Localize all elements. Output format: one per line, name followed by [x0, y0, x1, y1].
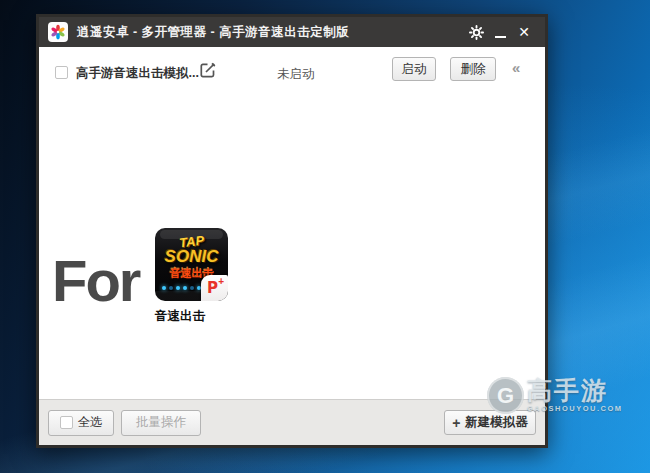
- instance-checkbox[interactable]: [55, 66, 68, 79]
- window-title: 逍遥安卓 - 多开管理器 - 高手游音速出击定制版: [77, 24, 349, 41]
- desktop-background: 逍遥安卓 - 多开管理器 - 高手游音速出击定制版 ✕: [0, 0, 650, 473]
- new-emulator-label: 新建模拟器: [465, 414, 528, 431]
- instance-name: 高手游音速出击模拟...: [76, 65, 199, 82]
- instance-status: 未启动: [277, 66, 315, 83]
- game-caption: 音速出击: [155, 308, 229, 325]
- close-icon: ✕: [518, 25, 530, 39]
- delete-button[interactable]: 删除: [450, 57, 496, 81]
- memu-pinwheel-icon: [48, 22, 68, 42]
- icon-text-sonic: SONIC: [155, 247, 228, 267]
- new-emulator-button[interactable]: + 新建模拟器: [444, 410, 536, 435]
- minimize-icon: [495, 36, 506, 38]
- memu-multi-instance-manager-window: 逍遥安卓 - 多开管理器 - 高手游音速出击定制版 ✕: [36, 14, 548, 448]
- instance-row: 高手游音速出击模拟... 未启动 启动 删除 «: [39, 47, 545, 95]
- batch-operations-button[interactable]: 批量操作: [121, 410, 201, 436]
- game-tile-tapsonic[interactable]: TAP SONIC 音速出击 P + 音速出击: [155, 228, 229, 325]
- edit-pencil-icon[interactable]: [199, 61, 217, 83]
- badge-p-letter: P: [207, 279, 218, 297]
- start-button[interactable]: 启动: [392, 57, 436, 81]
- select-all-label: 全选: [78, 414, 103, 431]
- footer-toolbar: 全选 批量操作 + 新建模拟器: [39, 399, 545, 445]
- minimize-button[interactable]: [488, 20, 512, 44]
- collapse-chevrons-icon[interactable]: «: [512, 59, 519, 76]
- for-watermark-text: For: [52, 247, 139, 314]
- badge-plus-sign: +: [218, 276, 224, 287]
- close-button[interactable]: ✕: [512, 20, 536, 44]
- titlebar[interactable]: 逍遥安卓 - 多开管理器 - 高手游音速出击定制版 ✕: [39, 17, 545, 47]
- select-all-button[interactable]: 全选: [48, 410, 114, 436]
- main-content-area: For TAP SONIC 音速出击 P + 音速出击: [39, 95, 545, 402]
- settings-gear-icon[interactable]: [464, 20, 488, 44]
- plus-icon: +: [452, 415, 460, 431]
- tapsonic-app-icon[interactable]: TAP SONIC 音速出击 P +: [155, 228, 228, 301]
- select-all-checkbox[interactable]: [60, 416, 73, 429]
- pmang-plus-badge: P +: [201, 275, 228, 301]
